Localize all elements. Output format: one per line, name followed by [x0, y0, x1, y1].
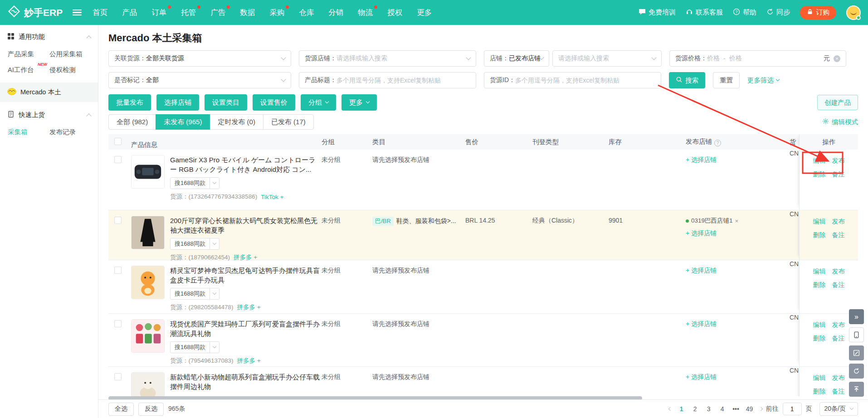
nav-item-warehouse[interactable]: 仓库: [298, 6, 315, 19]
product-title-input[interactable]: [336, 77, 470, 84]
edit-link[interactable]: 编辑: [813, 374, 826, 382]
search-1688-button[interactable]: 搜1688同款: [171, 288, 210, 299]
publish-link[interactable]: 发布: [832, 157, 845, 165]
nav-item-ads[interactable]: 广告: [210, 6, 226, 19]
select-store-link[interactable]: + 选择店铺: [686, 320, 717, 327]
row-checkbox[interactable]: [114, 373, 122, 380]
search-1688-button[interactable]: 搜1688同款: [171, 342, 210, 353]
set-price-button[interactable]: 设置售价: [253, 94, 295, 111]
delete-link[interactable]: 删除: [813, 231, 826, 239]
page-number[interactable]: 4: [716, 403, 729, 415]
publish-link[interactable]: 发布: [832, 267, 845, 276]
free-training-link[interactable]: 免费培训: [639, 8, 676, 17]
sidebar-item-publish-records[interactable]: 发布记录: [49, 124, 98, 140]
edit-link[interactable]: 编辑: [813, 267, 826, 276]
row-checkbox[interactable]: [114, 217, 122, 224]
nav-item-data[interactable]: 数据: [239, 6, 256, 19]
edit-link[interactable]: 编辑: [813, 321, 826, 329]
filter-linked-source-select[interactable]: 关联货源： 全部关联货源: [108, 50, 291, 67]
product-image[interactable]: [131, 372, 165, 396]
nav-item-more[interactable]: 更多: [416, 6, 433, 19]
page-size-select[interactable]: 20条/页: [819, 402, 858, 416]
source-platform-link[interactable]: 拼多多 +: [237, 357, 261, 365]
nav-item-order[interactable]: 订单: [151, 6, 167, 19]
page-number-last[interactable]: 49: [743, 403, 756, 415]
publish-link[interactable]: 发布: [832, 321, 845, 329]
invert-selection-button[interactable]: 反选: [138, 403, 164, 416]
contact-support-link[interactable]: 联系客服: [686, 8, 723, 17]
reset-button[interactable]: 重置: [713, 72, 740, 88]
note-link[interactable]: 备注: [832, 231, 845, 239]
select-shop-button[interactable]: 选择店铺: [156, 94, 199, 111]
goto-page-input[interactable]: [783, 403, 802, 415]
product-image[interactable]: [131, 155, 165, 189]
select-store-link[interactable]: + 选择店铺: [686, 229, 717, 237]
group-dropdown-button[interactable]: 分组: [301, 94, 336, 111]
sidebar-item-product-collect[interactable]: 产品采集: [8, 46, 49, 62]
back-to-top-button[interactable]: [849, 382, 864, 397]
delete-link[interactable]: 删除: [813, 281, 826, 289]
sidebar-item-collect-box[interactable]: 采集箱: [8, 124, 49, 140]
product-image[interactable]: [131, 319, 165, 353]
sidebar-section-general[interactable]: 通用功能: [0, 25, 98, 46]
sidebar-item-public-collect-box[interactable]: 公用采集箱: [49, 46, 98, 62]
menu-toggle-icon[interactable]: [73, 10, 82, 16]
select-all-button[interactable]: 全选: [108, 403, 134, 416]
search-1688-button[interactable]: 搜1688同款: [171, 178, 210, 189]
source-platform-link[interactable]: 拼多多 +: [237, 303, 261, 311]
note-link[interactable]: 备注: [832, 281, 845, 289]
product-title[interactable]: 200斤可穿背心长裙新款大码气质女装宽松黑色无袖大摆连衣裙夏季: [170, 216, 320, 235]
row-checkbox[interactable]: [114, 320, 122, 327]
tab-all[interactable]: 全部 (982): [108, 114, 156, 130]
page-number[interactable]: 2: [689, 403, 702, 415]
product-title[interactable]: 现货优质国产哭娃玛特工厂系列可爱盲盒摆件手办潮流玩具礼物: [170, 319, 320, 338]
product-title[interactable]: 精灵宝可梦神奇宝贝杰尼龟可达鸭手办摆件玩具盲盒皮卡丘手办玩具: [170, 266, 320, 285]
select-store-link[interactable]: + 选择店铺: [686, 156, 717, 163]
publish-link[interactable]: 发布: [832, 374, 845, 382]
filter-shop-type-select[interactable]: 店铺： 已发布店铺: [484, 50, 549, 67]
delete-link[interactable]: 删除: [813, 170, 826, 179]
clear-icon[interactable]: ×: [834, 55, 840, 62]
search-1688-caret[interactable]: [210, 238, 219, 249]
edit-mode-link[interactable]: 编辑模式: [822, 118, 858, 126]
select-store-link[interactable]: + 选择店铺: [686, 373, 717, 380]
search-1688-caret[interactable]: [210, 178, 219, 189]
source-platform-link[interactable]: TikTok +: [261, 194, 283, 200]
product-image[interactable]: [131, 216, 165, 249]
row-checkbox[interactable]: [114, 156, 122, 163]
user-avatar[interactable]: [846, 5, 861, 20]
nav-item-product[interactable]: 产品: [121, 6, 138, 19]
publish-link[interactable]: 发布: [832, 218, 845, 226]
filter-mark-select[interactable]: 是否标记： 全部: [108, 72, 291, 88]
expand-fixed-column-button[interactable]: »: [849, 309, 864, 324]
create-product-button[interactable]: 创建产品: [817, 95, 858, 110]
select-store-link[interactable]: + 选择店铺: [686, 267, 717, 274]
edit-link[interactable]: 编辑: [813, 157, 826, 165]
sidebar-item-infringement-check[interactable]: 侵权检测: [49, 62, 98, 78]
row-checkbox[interactable]: [114, 267, 122, 274]
page-number[interactable]: 1: [675, 403, 688, 415]
note-link[interactable]: 备注: [832, 388, 845, 396]
delete-link[interactable]: 删除: [813, 388, 826, 396]
set-category-button[interactable]: 设置类目: [205, 94, 247, 111]
sync-link[interactable]: 同步: [766, 8, 790, 17]
more-filters-link[interactable]: 更多筛选: [747, 76, 779, 85]
product-title[interactable]: GameSir X3 Pro モバイル ゲーム コントローラー RGB バックラ…: [170, 155, 320, 174]
filter-shop-search-select[interactable]: 请选择或输入搜索: [552, 50, 662, 67]
search-1688-caret[interactable]: [210, 342, 219, 353]
nav-item-distribution[interactable]: 分销: [327, 6, 344, 19]
sidebar-section-quick-listing[interactable]: 快速上货: [0, 103, 98, 124]
sidebar-item-mercado[interactable]: Mercado 本土: [0, 83, 98, 102]
remove-store-icon[interactable]: ×: [735, 218, 739, 224]
prev-page-arrow[interactable]: [666, 408, 674, 410]
tab-published[interactable]: 已发布 (17): [263, 114, 314, 130]
mobile-preview-button[interactable]: [849, 327, 864, 342]
next-page-arrow[interactable]: [757, 408, 765, 410]
search-1688-button[interactable]: 搜1688同款: [171, 238, 210, 249]
delete-link[interactable]: 删除: [813, 335, 826, 343]
brand[interactable]: 妙手ERP: [0, 5, 70, 19]
batch-publish-button[interactable]: 批量发布: [108, 94, 151, 111]
edit-link[interactable]: 编辑: [813, 218, 826, 226]
nav-item-home[interactable]: 首页: [92, 6, 108, 19]
feedback-button[interactable]: [849, 345, 864, 360]
